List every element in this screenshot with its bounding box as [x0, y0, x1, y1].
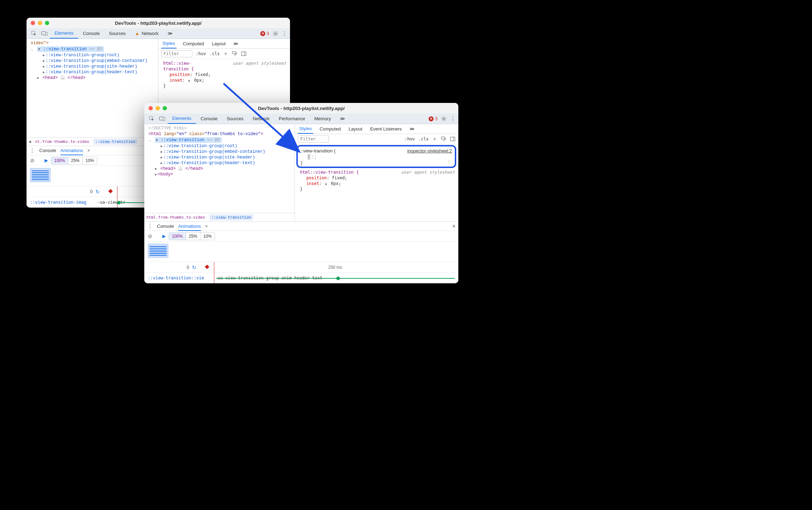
tab-layout[interactable]: Layout — [210, 39, 227, 48]
more-tabs-icon[interactable]: >> — [232, 39, 239, 48]
more-tabs-icon[interactable]: >> — [163, 28, 176, 39]
speed-100[interactable]: 100% — [169, 233, 186, 240]
breadcrumb[interactable]: ◀ nl.from-thumbs.to-video ::view-transit… — [27, 137, 158, 146]
tab-performance[interactable]: Performance — [274, 114, 309, 124]
playback-speed[interactable]: 100% 25% 10% — [169, 232, 215, 240]
animation-group-chip[interactable] — [148, 244, 168, 258]
dom-row[interactable]: <head> … </head> — [146, 166, 293, 172]
toggle-sidebar-icon[interactable] — [241, 51, 246, 57]
tab-computed[interactable]: Computed — [318, 124, 342, 134]
dom-row[interactable]: ::view-transition-group(header-text) — [146, 160, 293, 166]
crumb-element[interactable]: nl.from-thumbs.to-video — [35, 139, 89, 144]
dom-row-selected[interactable]: … ::view-transition == $0 — [28, 46, 157, 52]
clear-icon[interactable]: ⊘ — [30, 157, 35, 164]
drawer-tab-animations[interactable]: Animations — [178, 224, 201, 231]
close-window-icon[interactable] — [149, 106, 153, 110]
dom-row[interactable]: <head> … </head> — [28, 75, 157, 81]
hov-toggle[interactable]: :hov — [405, 137, 415, 141]
playback-speed[interactable]: 100% 25% 10% — [51, 157, 97, 164]
clear-icon[interactable]: ⊘ — [148, 233, 152, 239]
breadcrumb[interactable]: html.from-thumbs.to-video ::view-transit… — [144, 213, 295, 221]
speed-10[interactable]: 10% — [201, 233, 215, 240]
tab-elements[interactable]: Elements — [168, 114, 196, 124]
device-toggle-icon[interactable] — [39, 31, 50, 36]
play-icon[interactable]: ▶ — [162, 233, 166, 239]
cls-toggle[interactable]: .cls — [209, 51, 220, 56]
animation-group-chip[interactable] — [30, 168, 51, 182]
speed-100[interactable]: 100% — [51, 157, 68, 164]
speed-25[interactable]: 25% — [186, 233, 201, 240]
dom-row[interactable]: ::view-transition-group(header-text) — [28, 69, 157, 75]
error-count-badge[interactable]: ✕ 3 — [260, 31, 269, 36]
error-count-badge[interactable]: ✕ 3 — [429, 116, 437, 121]
drawer-tab-console[interactable]: Console — [39, 148, 56, 153]
scrubber-diamond-icon[interactable] — [108, 189, 113, 193]
crumb-pseudo[interactable]: ::view-transition — [93, 139, 138, 145]
dom-row[interactable]: ::view-transition-group(site-header) — [28, 64, 157, 69]
play-icon[interactable]: ▶ — [45, 158, 48, 163]
tab-elements[interactable]: Elements — [50, 28, 78, 39]
maximize-window-icon[interactable] — [163, 106, 167, 110]
track-bar[interactable] — [217, 278, 455, 279]
drawer-tab-animations[interactable]: Animations — [60, 148, 83, 155]
dom-row[interactable]: ::view-transition-group(site-header) — [146, 155, 293, 160]
scrubber-diamond-icon[interactable] — [205, 265, 209, 269]
hov-toggle[interactable]: :hov — [196, 51, 206, 56]
minimize-window-icon[interactable] — [38, 21, 42, 25]
dom-row[interactable]: ::view-transition-group(embed-container) — [146, 149, 293, 155]
close-tab-icon[interactable]: × — [205, 224, 208, 229]
replay-icon[interactable]: ↻ — [93, 189, 103, 195]
minimize-window-icon[interactable] — [156, 106, 160, 110]
styles-filter-input[interactable] — [298, 135, 329, 143]
tab-styles[interactable]: Styles — [161, 39, 176, 48]
dom-row[interactable]: ::view-transition-group(root) — [146, 143, 293, 149]
dom-row[interactable]: ::view-transition-group(root) — [28, 52, 157, 58]
tab-computed[interactable]: Computed — [181, 39, 205, 48]
settings-gear-icon[interactable] — [273, 31, 278, 36]
inspect-icon[interactable] — [29, 31, 39, 36]
kebab-menu-icon[interactable]: ⋮ — [147, 223, 153, 230]
animation-groups[interactable] — [144, 242, 458, 262]
cls-toggle[interactable]: .cls — [418, 137, 429, 141]
speed-10[interactable]: 10% — [83, 157, 97, 164]
titlebar[interactable]: DevTools - http203-playlist.netlify.app/ — [144, 103, 458, 114]
dom-row[interactable]: <!DOCTYPE html> — [146, 126, 293, 131]
new-style-rule-callout[interactable]: inspector-stylesheet:2 ::view-transition… — [296, 145, 456, 168]
new-style-rule-icon[interactable]: ＋ — [223, 51, 228, 57]
dom-row[interactable]: ::view-transition-group(embed-container) — [28, 58, 157, 64]
dom-tree[interactable]: video"> … ::view-transition == $0 ::view… — [27, 39, 158, 137]
crumb-pseudo[interactable]: ::view-transition — [209, 214, 254, 220]
settings-gear-icon[interactable] — [441, 116, 447, 122]
animation-timeline-ruler[interactable]: 0 ↻ 250 ms — [144, 262, 458, 273]
crumb-element[interactable]: html.from-thumbs.to-video — [146, 215, 205, 220]
dom-row[interactable]: <html lang="en" class="from-thumbs to-vi… — [146, 131, 293, 137]
speed-25[interactable]: 25% — [68, 157, 83, 164]
close-window-icon[interactable] — [31, 21, 35, 25]
tab-network[interactable]: ▲ Network — [130, 28, 163, 39]
tab-console[interactable]: Console — [196, 114, 222, 124]
titlebar[interactable]: DevTools - http203-playlist.netlify.app/ — [27, 18, 290, 28]
tab-memory[interactable]: Memory — [310, 114, 336, 124]
tab-sources[interactable]: Sources — [222, 114, 248, 124]
close-tab-icon[interactable]: × — [87, 148, 90, 153]
kebab-menu-icon[interactable]: ⋮ — [450, 116, 456, 122]
property-edit-input[interactable] — [307, 154, 311, 160]
more-tabs-icon[interactable]: >> — [408, 124, 415, 134]
dom-row[interactable]: <body> — [146, 172, 293, 177]
tab-console[interactable]: Console — [78, 28, 104, 39]
paint-icon[interactable] — [232, 51, 237, 57]
animation-track[interactable]: ::view-transition::vie -ua-view-transiti… — [144, 273, 458, 283]
dom-tree[interactable]: <!DOCTYPE html> <html lang="en" class="f… — [144, 124, 295, 213]
dom-row-selected[interactable]: … ::view-transition == $0 — [146, 137, 293, 143]
chevron-left-icon[interactable]: ◀ — [29, 139, 31, 144]
toggle-sidebar-icon[interactable] — [450, 136, 456, 142]
tab-layout[interactable]: Layout — [347, 124, 364, 134]
maximize-window-icon[interactable] — [45, 21, 49, 25]
tab-sources[interactable]: Sources — [104, 28, 130, 39]
tab-styles[interactable]: Styles — [298, 124, 313, 134]
more-tabs-icon[interactable]: >> — [336, 114, 349, 124]
inspect-icon[interactable] — [146, 116, 157, 122]
kebab-menu-icon[interactable]: ⋮ — [282, 30, 287, 37]
drawer-tab-console[interactable]: Console — [157, 224, 174, 229]
paint-icon[interactable] — [441, 136, 446, 142]
